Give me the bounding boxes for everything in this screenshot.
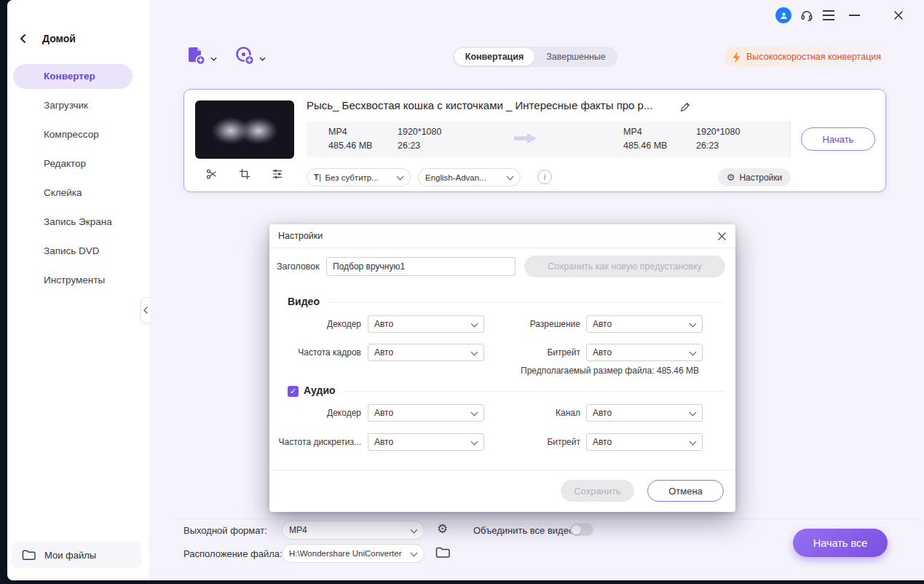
crop-icon[interactable]	[239, 168, 250, 180]
sidebar-item-downloader[interactable]: Загрузчик	[13, 93, 133, 118]
merge-videos-label: Объединить все видео	[473, 525, 574, 536]
file-settings-button[interactable]: ⚙ Настройки	[718, 168, 791, 186]
video-bitrate-label: Битрейт	[486, 344, 580, 361]
convert-arrow-icon	[514, 133, 537, 144]
minimize-icon[interactable]	[849, 15, 860, 16]
audio-samplerate-label: Частота дискретиз...	[259, 433, 361, 451]
audio-samplerate-dropdown[interactable]: Авто	[368, 433, 484, 451]
section-divider	[328, 302, 724, 303]
dialog-cancel-button[interactable]: Отмена	[647, 480, 724, 502]
start-all-button[interactable]: Начать все	[793, 529, 888, 557]
high-speed-conversion[interactable]: Высокоскоростная конвертация	[724, 47, 886, 67]
chevron-down-icon	[471, 321, 478, 328]
trim-scissors-icon[interactable]	[206, 168, 218, 180]
support-headset-icon[interactable]	[799, 8, 814, 23]
sidebar-item-converter[interactable]: Конвертер	[13, 64, 133, 89]
settings-dialog: Настройки Заголовок Сохранить как новую …	[269, 224, 735, 512]
tab-converting[interactable]: Конвертация	[454, 48, 534, 66]
my-files-label: Мои файлы	[44, 550, 96, 561]
audio-bitrate-dropdown[interactable]: Авто	[586, 433, 703, 451]
tab-label: Завершенные	[546, 52, 606, 62]
dialog-close-icon[interactable]	[717, 232, 727, 241]
add-dvd-icon	[234, 45, 255, 66]
sidebar-item-compressor[interactable]: Компрессор	[13, 122, 133, 147]
back-icon[interactable]	[17, 33, 29, 44]
footer-divider	[269, 470, 735, 470]
file-title: Рысь_ Бесхвостая кошка с кисточками _ Ин…	[307, 99, 674, 111]
estimated-size-text: Предполагаемый размер файла: 485.46 MB	[521, 366, 699, 376]
effects-sliders-icon[interactable]	[272, 168, 283, 180]
preset-title-input[interactable]	[326, 257, 516, 276]
source-format-size: MP4 485.46 MB	[328, 125, 372, 153]
my-files-button[interactable]: Мои файлы	[12, 542, 141, 568]
subtitle-dropdown[interactable]: T| Без субтитр...	[307, 168, 411, 186]
video-framerate-dropdown[interactable]: Авто	[368, 344, 484, 361]
audio-checkbox[interactable]: ✓	[288, 386, 299, 397]
sidebar-item-label: Запись Экрана	[44, 216, 112, 227]
audio-track-dropdown-value: English-Advan...	[425, 173, 502, 182]
subtitle-icon: T|	[314, 173, 321, 181]
sidebar-item-label: Склейка	[44, 187, 82, 198]
sidebar-item-label: Конвертер	[44, 71, 95, 82]
save-preset-label: Сохранить как новую предустановку	[548, 261, 702, 272]
sidebar-item-merger[interactable]: Склейка	[13, 181, 133, 205]
file-location-label: Расположение файла:	[183, 548, 283, 559]
dialog-title: Настройки	[278, 224, 323, 248]
file-settings-label: Настройки	[739, 173, 782, 183]
chevron-down-icon	[471, 350, 478, 356]
output-settings-icon[interactable]: ⚙	[437, 521, 448, 536]
chevron-down-icon	[507, 174, 513, 181]
video-thumbnail[interactable]	[195, 100, 294, 159]
folder-icon	[22, 549, 36, 561]
start-button[interactable]: Начать	[801, 127, 875, 151]
sidebar-item-label: Загрузчик	[44, 100, 88, 111]
add-dvd-button[interactable]	[234, 45, 266, 66]
save-preset-button[interactable]: Сохранить как новую предустановку	[524, 256, 725, 277]
tab-finished[interactable]: Завершенные	[534, 52, 617, 62]
audio-bitrate-label: Битрейт	[486, 433, 580, 451]
audio-channel-dropdown[interactable]: Авто	[586, 404, 703, 422]
chevron-down-icon	[411, 527, 417, 534]
add-files-icon	[186, 45, 206, 66]
home-nav[interactable]: Домой	[17, 29, 76, 48]
dialog-save-button[interactable]: Сохранить	[561, 480, 634, 502]
video-framerate-label: Частота кадров	[266, 344, 361, 361]
chevron-down-icon	[210, 57, 217, 66]
toggle-knob	[572, 525, 581, 534]
app-window: Домой Конвертер Загрузчик Компрессор Ред…	[7, 0, 924, 580]
info-icon[interactable]: i	[537, 170, 552, 184]
sidebar-item-label: Компрессор	[44, 129, 99, 140]
output-format-dropdown[interactable]: MP4	[282, 521, 425, 540]
open-folder-icon[interactable]	[435, 546, 450, 559]
audio-channel-label: Канал	[486, 404, 580, 422]
sidebar-item-screen-recorder[interactable]: Запись Экрана	[13, 210, 133, 234]
file-location-dropdown[interactable]: H:\Wondershare UniConverter	[282, 544, 425, 563]
sidebar-item-editor[interactable]: Редактор	[13, 151, 133, 176]
sidebar-collapse-handle[interactable]	[141, 297, 150, 323]
target-resolution-duration: 1920*1080 26:23	[696, 125, 740, 153]
dialog-titlebar: Настройки	[269, 224, 735, 248]
sidebar-item-dvd-burner[interactable]: Запись DVD	[13, 239, 133, 264]
chevron-down-icon	[690, 410, 696, 417]
start-all-label: Начать все	[813, 537, 868, 549]
audio-decoder-dropdown[interactable]: Авто	[368, 404, 484, 422]
video-bitrate-dropdown[interactable]: Авто	[586, 344, 703, 361]
section-divider	[342, 391, 724, 392]
add-files-button[interactable]	[186, 45, 217, 66]
source-resolution-duration: 1920*1080 26:23	[398, 125, 441, 153]
merge-videos-toggle[interactable]	[570, 524, 593, 536]
file-location-value: H:\Wondershare UniConverter	[289, 549, 406, 558]
dialog-save-label: Сохранить	[574, 486, 621, 497]
sidebar-item-toolbox[interactable]: Инструменты	[13, 268, 133, 293]
dialog-cancel-label: Отмена	[668, 486, 703, 497]
video-resolution-dropdown[interactable]: Авто	[586, 315, 703, 333]
menu-icon[interactable]	[822, 10, 834, 20]
audio-section-title: Аудио	[304, 384, 336, 396]
rename-pencil-icon[interactable]	[679, 101, 691, 113]
video-decoder-dropdown[interactable]: Авто	[368, 315, 484, 333]
account-avatar[interactable]	[775, 7, 791, 23]
close-icon[interactable]	[893, 9, 904, 20]
file-info-panel: MP4 485.46 MB 1920*1080 26:23 MP4 485.46…	[307, 121, 791, 157]
chevron-down-icon	[690, 321, 696, 328]
audio-track-dropdown[interactable]: English-Advan...	[418, 168, 521, 186]
